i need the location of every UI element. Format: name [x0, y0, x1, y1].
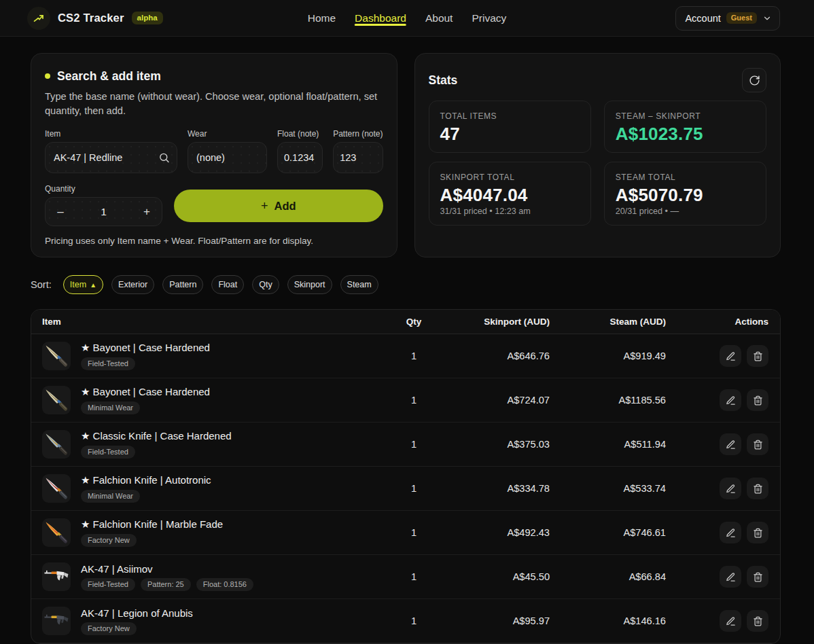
- qty-cell: 1: [373, 615, 455, 626]
- sort-pill-label: Exterior: [118, 280, 147, 289]
- stat-tile: STEAM TOTALA$5070.7920/31 priced • —: [604, 162, 766, 226]
- wear-badge: Factory New: [81, 534, 137, 547]
- trash-icon: [753, 395, 763, 406]
- item-input-wrap: [45, 142, 177, 173]
- actions-cell: [666, 389, 768, 411]
- nav-link-about[interactable]: About: [425, 0, 453, 36]
- sort-pill-qty[interactable]: Qty: [252, 275, 279, 294]
- item-cell: ★ Classic Knife | Case HardenedField-Tes…: [42, 430, 373, 459]
- table-row: AK-47 | AsiimovField-TestedPattern: 25Fl…: [31, 555, 780, 599]
- trending-up-icon: [33, 12, 45, 24]
- pattern-input[interactable]: [333, 142, 383, 173]
- sort-pill-steam[interactable]: Steam: [340, 275, 378, 294]
- sort-pill-item[interactable]: Item▲: [63, 275, 103, 294]
- item-badges: Field-Tested: [81, 446, 232, 459]
- delete-button[interactable]: [747, 389, 768, 411]
- edit-button[interactable]: [720, 389, 741, 411]
- sort-pill-label: Pattern: [169, 280, 196, 289]
- edit-button[interactable]: [720, 566, 741, 588]
- qty-cell: 1: [373, 571, 455, 582]
- steam-price-cell: A$533.74: [550, 483, 666, 494]
- nav-links: HomeDashboardAboutPrivacy: [308, 0, 507, 36]
- stat-tile-label: STEAM TOTAL: [616, 173, 755, 182]
- add-button[interactable]: + Add: [174, 190, 383, 222]
- brand-logo: [27, 7, 50, 30]
- edit-button[interactable]: [720, 433, 741, 455]
- trash-icon: [753, 572, 763, 582]
- sort-pill-label: Item: [70, 280, 86, 289]
- account-button[interactable]: Account Guest: [675, 6, 780, 31]
- header-qty: Qty: [373, 317, 455, 327]
- nav-link-privacy[interactable]: Privacy: [472, 0, 506, 36]
- stats-card: Stats TOTAL ITEMS47STEAM – SKINPORTA$102…: [414, 53, 781, 257]
- table-row: ★ Falchion Knife | AutotronicMinimal Wea…: [31, 467, 780, 511]
- sort-pill-pattern[interactable]: Pattern: [162, 275, 203, 294]
- skinport-price-cell: A$492.43: [455, 527, 550, 538]
- header-steam: Steam (AUD): [550, 317, 666, 327]
- trash-icon: [753, 351, 763, 361]
- float-field-label: Float (note): [277, 129, 323, 139]
- search-fields-row: Item Wear Float (note) Pattern (note): [45, 129, 383, 173]
- table-header-row: Item Qty Skinport (AUD) Steam (AUD) Acti…: [31, 310, 780, 334]
- edit-button[interactable]: [720, 522, 741, 543]
- stat-tile: SKINPORT TOTALA$4047.0431/31 priced • 12…: [429, 162, 591, 226]
- chevron-down-icon: [762, 14, 772, 23]
- wear-badge: Field-Tested: [81, 357, 135, 370]
- qty-cell: 1: [373, 395, 455, 406]
- stats-header: Stats: [429, 68, 767, 92]
- edit-button[interactable]: [720, 345, 741, 367]
- item-badges: Factory New: [81, 622, 193, 635]
- table-row: ★ Falchion Knife | Marble FadeFactory Ne…: [31, 511, 780, 555]
- refresh-button[interactable]: [742, 68, 766, 92]
- trash-icon: [753, 484, 763, 494]
- item-cell: ★ Falchion Knife | Marble FadeFactory Ne…: [42, 518, 373, 547]
- item-info: AK-47 | AsiimovField-TestedPattern: 25Fl…: [81, 563, 253, 591]
- delete-button[interactable]: [747, 522, 768, 543]
- sort-pill-float[interactable]: Float: [211, 275, 244, 294]
- item-cell: AK-47 | Legion of AnubisFactory New: [42, 607, 373, 635]
- wear-select[interactable]: [188, 142, 267, 173]
- delete-button[interactable]: [747, 345, 768, 367]
- skinport-price-cell: A$646.76: [455, 351, 550, 361]
- sort-pill-label: Float: [218, 280, 237, 289]
- navbar: CS2 Tracker alpha HomeDashboardAboutPriv…: [0, 0, 814, 37]
- sort-pill-label: Qty: [259, 280, 272, 289]
- stat-tile-sub: 20/31 priced • —: [616, 207, 755, 216]
- item-info: ★ Bayonet | Case HardenedMinimal Wear: [81, 386, 210, 414]
- wear-badge: Field-Tested: [81, 578, 135, 591]
- sort-pill-exterior[interactable]: Exterior: [111, 275, 154, 294]
- knife-image: [43, 475, 70, 502]
- pencil-icon: [726, 572, 736, 582]
- trash-icon: [753, 616, 763, 626]
- qty-cell: 1: [373, 527, 455, 538]
- delete-button[interactable]: [747, 566, 768, 588]
- edit-button[interactable]: [720, 478, 741, 499]
- item-badges: Minimal Wear: [81, 401, 210, 414]
- wear-badge: Factory New: [81, 622, 137, 635]
- edit-button[interactable]: [720, 610, 741, 632]
- item-input[interactable]: [45, 142, 177, 173]
- wear-field-label: Wear: [188, 129, 267, 139]
- actions-cell: [666, 478, 768, 499]
- knife-image: [43, 431, 70, 458]
- float-field: Float (note): [277, 129, 323, 173]
- pencil-icon: [726, 440, 736, 450]
- stats-title: Stats: [429, 73, 458, 88]
- qty-cell: 1: [373, 439, 455, 450]
- actions-cell: [666, 522, 768, 543]
- quantity-increment-button[interactable]: +: [132, 198, 162, 226]
- nav-link-dashboard[interactable]: Dashboard: [355, 0, 406, 36]
- quantity-decrement-button[interactable]: –: [46, 198, 75, 226]
- delete-button[interactable]: [747, 610, 768, 632]
- delete-button[interactable]: [747, 433, 768, 455]
- delete-button[interactable]: [747, 478, 768, 499]
- float-input[interactable]: [277, 142, 323, 173]
- quantity-row: Quantity – 1 + + Add: [45, 184, 383, 226]
- steam-price-cell: A$746.61: [550, 527, 666, 538]
- item-cell: AK-47 | AsiimovField-TestedPattern: 25Fl…: [42, 562, 373, 591]
- qty-cell: 1: [373, 351, 455, 361]
- nav-link-home[interactable]: Home: [308, 0, 336, 36]
- sort-pill-skinport[interactable]: Skinport: [287, 275, 332, 294]
- weapon-thumbnail: [42, 386, 71, 414]
- item-cell: ★ Bayonet | Case HardenedField-Tested: [42, 342, 373, 370]
